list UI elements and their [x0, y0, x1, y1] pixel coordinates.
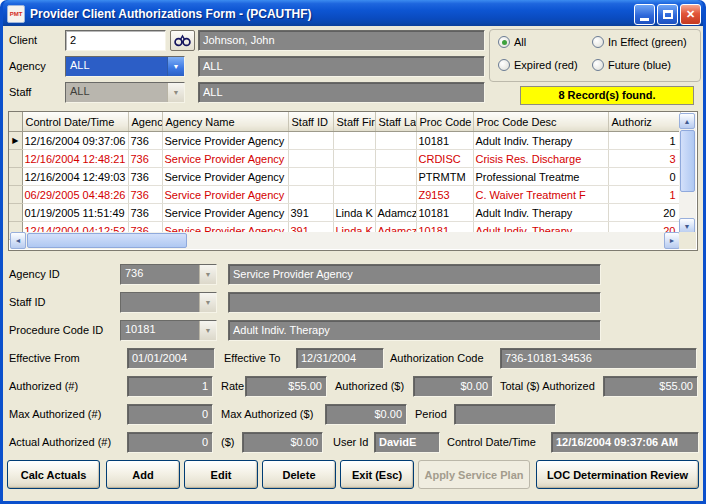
grid-cell: 736	[128, 168, 162, 186]
title-bar[interactable]: PMT Provider Client Authorizations Form …	[3, 0, 703, 26]
agency-id-combo[interactable]: 736 ▼	[120, 264, 217, 285]
grid-row[interactable]: 12/16/2004 12:49:03 736 Service Provider…	[9, 168, 680, 186]
procedure-code-value: 10181	[121, 321, 199, 340]
row-selector-cell: ▶	[9, 132, 22, 150]
records-found-banner: 8 Record(s) found.	[520, 86, 694, 105]
actual-amount-field: $0.00	[242, 432, 323, 453]
col-header-agency-name[interactable]: Agency Name	[162, 112, 288, 132]
grid-cell: Service Provider Agency	[162, 186, 288, 204]
col-header-proc-code[interactable]: Proc Code I	[416, 112, 473, 132]
grid-row[interactable]: 06/29/2005 04:48:26 736 Service Provider…	[9, 186, 680, 204]
grid-cell	[375, 150, 416, 168]
grid-cell: Crisis Res. Discharge	[473, 150, 608, 168]
close-button[interactable]: ✕	[680, 4, 701, 25]
grid-cell	[288, 132, 333, 150]
calc-actuals-button[interactable]: Calc Actuals	[7, 460, 100, 489]
chevron-down-icon[interactable]: ▼	[167, 57, 184, 76]
radio-future[interactable]: Future (blue)	[592, 59, 671, 71]
horizontal-scrollbar[interactable]: ◄ ►	[10, 232, 680, 249]
grid-row[interactable]: ▶ 12/16/2004 09:37:06 736 Service Provid…	[9, 132, 680, 150]
client-id-input[interactable]: 2	[65, 30, 166, 51]
authorizations-table[interactable]: Control Date/Time Agenc Agency Name Staf…	[9, 112, 681, 240]
staff-id-value	[121, 293, 199, 312]
radio-future-label: Future (blue)	[608, 59, 671, 71]
col-header-agency-id[interactable]: Agenc	[128, 112, 162, 132]
col-header-authorized[interactable]: Authoriz	[608, 112, 680, 132]
row-selector-cell	[9, 204, 22, 222]
grid-cell: 12/16/2004 12:48:21	[22, 150, 128, 168]
radio-expired-icon	[498, 59, 510, 71]
horizontal-scroll-thumb[interactable]	[27, 233, 187, 248]
radio-all-label: All	[514, 36, 526, 48]
grid-cell: 10181	[416, 204, 473, 222]
minimize-icon	[640, 18, 649, 21]
chevron-down-icon: ▼	[167, 83, 184, 102]
grid-cell: 736	[128, 186, 162, 204]
apply-service-plan-button: Apply Service Plan	[418, 460, 530, 489]
scroll-up-icon: ▲	[684, 118, 691, 125]
agency-name-field: ALL	[198, 56, 485, 77]
col-header-staff-last[interactable]: Staff Las	[375, 112, 416, 132]
grid-cell	[333, 150, 375, 168]
grid-cell: 391	[288, 204, 333, 222]
col-header-staff-id[interactable]: Staff ID	[288, 112, 333, 132]
client-label: Client	[9, 34, 37, 46]
scroll-left-button[interactable]: ◄	[10, 232, 26, 249]
exit-button[interactable]: Exit (Esc)	[340, 460, 414, 489]
col-header-control-datetime[interactable]: Control Date/Time	[22, 112, 128, 132]
grid-cell: Service Provider Agency	[162, 132, 288, 150]
effective-to-label: Effective To	[224, 352, 280, 364]
user-id-field: DavidE	[374, 432, 440, 453]
radio-all[interactable]: All	[498, 36, 526, 48]
total-authorized-label: Total ($) Authorized	[500, 380, 595, 392]
grid-row[interactable]: 01/19/2005 11:51:49 736 Service Provider…	[9, 204, 680, 222]
radio-expired[interactable]: Expired (red)	[498, 59, 578, 71]
authorized-count-field: 1	[127, 376, 213, 397]
scroll-right-icon: ►	[669, 237, 676, 244]
effective-to-field: 12/31/2004	[296, 348, 384, 369]
grid-cell	[288, 168, 333, 186]
vertical-scrollbar[interactable]: ▲ ▼	[679, 113, 696, 234]
period-field	[454, 404, 556, 425]
max-authorized-amount-label: Max Authorized ($)	[221, 408, 313, 420]
staff-filter-combo[interactable]: ALL ▼	[65, 82, 185, 103]
grid-row[interactable]: 12/16/2004 12:48:21 736 Service Provider…	[9, 150, 680, 168]
radio-future-icon	[592, 59, 604, 71]
procedure-code-combo[interactable]: 10181 ▼	[120, 320, 217, 341]
grid-cell: Professional Treatme	[473, 168, 608, 186]
radio-all-icon	[498, 36, 510, 48]
agency-filter-combo[interactable]: ALL ▼	[65, 56, 185, 77]
delete-button[interactable]: Delete	[262, 460, 336, 489]
grid-cell	[288, 186, 333, 204]
col-header-proc-desc[interactable]: Proc Code Desc	[473, 112, 608, 132]
authorized-amount-label: Authorized ($)	[335, 380, 404, 392]
procedure-code-label: Procedure Code ID	[9, 324, 103, 336]
row-selector-cell	[9, 150, 22, 168]
grid-cell: 736	[128, 132, 162, 150]
minimize-button[interactable]	[634, 4, 655, 25]
scroll-right-button[interactable]: ►	[664, 232, 680, 249]
grid-cell	[375, 168, 416, 186]
max-authorized-amount-field: $0.00	[325, 404, 407, 425]
staff-label: Staff	[9, 86, 31, 98]
grid-cell: 12/16/2004 09:37:06	[22, 132, 128, 150]
staff-id-combo[interactable]: ▼	[120, 292, 217, 313]
control-datetime-label: Control Date/Time	[447, 436, 536, 448]
grid-cell: 01/19/2005 11:51:49	[22, 204, 128, 222]
col-header-staff-first[interactable]: Staff Firs	[333, 112, 375, 132]
grid-cell: 20	[608, 204, 680, 222]
total-authorized-field: $55.00	[603, 376, 698, 397]
grid-cell: 10181	[416, 132, 473, 150]
procedure-name-field: Adult Indiv. Therapy	[228, 320, 601, 341]
grid-cell: 06/29/2005 04:48:26	[22, 186, 128, 204]
scroll-down-icon: ▼	[684, 223, 691, 230]
add-button[interactable]: Add	[106, 460, 180, 489]
radio-in-effect[interactable]: In Effect (green)	[592, 36, 687, 48]
scroll-up-button[interactable]: ▲	[679, 113, 695, 129]
maximize-button[interactable]	[657, 4, 678, 25]
app-icon-text: PMT	[10, 11, 23, 17]
loc-determination-review-button[interactable]: LOC Determination Review	[536, 460, 699, 489]
client-search-button[interactable]	[170, 30, 195, 51]
edit-button[interactable]: Edit	[184, 460, 258, 489]
vertical-scroll-thumb[interactable]	[680, 130, 695, 192]
